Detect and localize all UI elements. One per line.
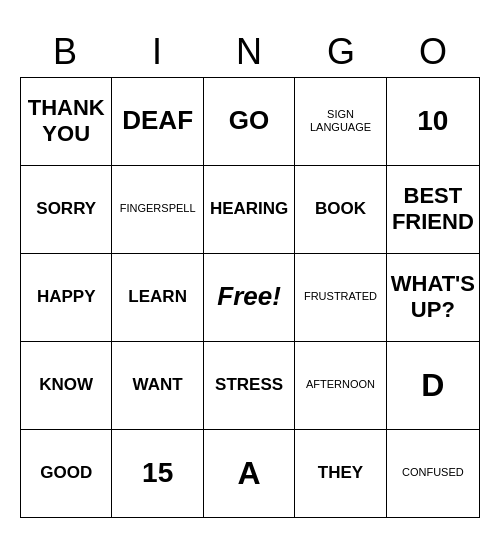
bingo-cell-text-4: 10 xyxy=(417,104,448,138)
bingo-cell-text-11: LEARN xyxy=(128,287,187,307)
bingo-cell-12: Free! xyxy=(204,254,295,342)
bingo-cell-text-13: FRUSTRATED xyxy=(304,290,377,303)
bingo-cell-text-19: D xyxy=(421,366,444,404)
bingo-cell-19: D xyxy=(387,342,480,430)
bingo-cell-text-16: WANT xyxy=(133,375,183,395)
bingo-cell-text-14: WHAT'SUP? xyxy=(391,271,475,324)
bingo-grid: THANKYOUDEAFGOSIGNLANGUAGE10SORRYFINGERS… xyxy=(20,77,480,518)
bingo-cell-text-12: Free! xyxy=(217,281,281,312)
bingo-cell-text-9: BESTFRIEND xyxy=(392,183,474,236)
bingo-cell-text-22: A xyxy=(238,454,261,492)
header-letter-i: I xyxy=(112,27,204,77)
bingo-cell-18: AFTERNOON xyxy=(295,342,386,430)
bingo-cell-text-6: FINGERSPELL xyxy=(120,202,196,215)
bingo-cell-text-18: AFTERNOON xyxy=(306,378,375,391)
bingo-cell-14: WHAT'SUP? xyxy=(387,254,480,342)
bingo-cell-8: BOOK xyxy=(295,166,386,254)
header-letter-o: O xyxy=(388,27,480,77)
bingo-cell-11: LEARN xyxy=(112,254,203,342)
bingo-cell-2: GO xyxy=(204,78,295,166)
bingo-cell-3: SIGNLANGUAGE xyxy=(295,78,386,166)
bingo-cell-text-15: KNOW xyxy=(39,375,93,395)
bingo-cell-24: CONFUSED xyxy=(387,430,480,518)
bingo-cell-23: THEY xyxy=(295,430,386,518)
header-letter-b: B xyxy=(20,27,112,77)
bingo-cell-22: A xyxy=(204,430,295,518)
bingo-cell-text-0: THANKYOU xyxy=(28,95,105,148)
bingo-cell-1: DEAF xyxy=(112,78,203,166)
bingo-cell-21: 15 xyxy=(112,430,203,518)
bingo-cell-text-17: STRESS xyxy=(215,375,283,395)
bingo-cell-text-8: BOOK xyxy=(315,199,366,219)
bingo-cell-text-5: SORRY xyxy=(36,199,96,219)
bingo-cell-10: HAPPY xyxy=(21,254,112,342)
header-letter-n: N xyxy=(204,27,296,77)
bingo-cell-7: HEARING xyxy=(204,166,295,254)
bingo-cell-0: THANKYOU xyxy=(21,78,112,166)
bingo-cell-16: WANT xyxy=(112,342,203,430)
bingo-cell-6: FINGERSPELL xyxy=(112,166,203,254)
bingo-cell-text-7: HEARING xyxy=(210,199,288,219)
bingo-cell-text-20: GOOD xyxy=(40,463,92,483)
bingo-card: BINGO THANKYOUDEAFGOSIGNLANGUAGE10SORRYF… xyxy=(10,17,490,528)
bingo-cell-17: STRESS xyxy=(204,342,295,430)
bingo-cell-20: GOOD xyxy=(21,430,112,518)
bingo-cell-text-2: GO xyxy=(229,105,269,136)
bingo-cell-4: 10 xyxy=(387,78,480,166)
bingo-cell-text-3: SIGNLANGUAGE xyxy=(310,108,371,134)
bingo-cell-15: KNOW xyxy=(21,342,112,430)
bingo-cell-5: SORRY xyxy=(21,166,112,254)
bingo-cell-13: FRUSTRATED xyxy=(295,254,386,342)
bingo-cell-text-24: CONFUSED xyxy=(402,466,464,479)
bingo-cell-text-10: HAPPY xyxy=(37,287,96,307)
header-letter-g: G xyxy=(296,27,388,77)
bingo-cell-9: BESTFRIEND xyxy=(387,166,480,254)
bingo-header: BINGO xyxy=(20,27,480,77)
bingo-cell-text-23: THEY xyxy=(318,463,363,483)
bingo-cell-text-1: DEAF xyxy=(122,105,193,136)
bingo-cell-text-21: 15 xyxy=(142,456,173,490)
